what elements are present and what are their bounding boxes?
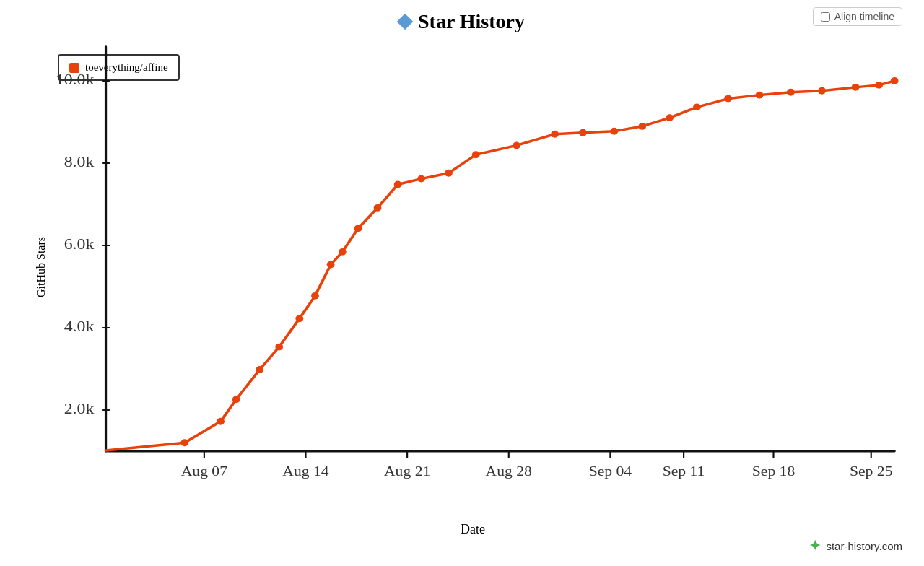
svg-text:Sep 25: Sep 25 — [850, 463, 892, 479]
title-diamond-icon — [397, 14, 414, 30]
svg-text:2.0k: 2.0k — [64, 400, 95, 417]
svg-point-32 — [275, 344, 283, 351]
svg-point-51 — [756, 92, 764, 99]
watermark-star-icon: ✦ — [808, 536, 821, 555]
chart-area: GitHub Stars Date toeverything/affine 10… — [43, 40, 902, 494]
svg-point-38 — [374, 204, 382, 212]
svg-point-53 — [818, 87, 826, 95]
watermark: ✦ star-history.com — [808, 536, 902, 555]
svg-point-30 — [232, 396, 240, 403]
svg-point-54 — [852, 84, 860, 91]
x-axis-label: Date — [461, 522, 485, 537]
svg-text:Sep 18: Sep 18 — [752, 463, 795, 479]
svg-text:Sep 11: Sep 11 — [663, 463, 705, 479]
svg-text:Aug 21: Aug 21 — [384, 463, 430, 479]
watermark-text: star-history.com — [826, 540, 902, 552]
svg-point-55 — [875, 82, 883, 89]
align-timeline-label: Align timeline — [834, 11, 894, 22]
svg-text:Aug 14: Aug 14 — [282, 463, 328, 479]
svg-point-33 — [295, 315, 303, 322]
svg-point-40 — [417, 175, 425, 183]
svg-point-42 — [472, 151, 480, 158]
svg-text:6.0k: 6.0k — [64, 235, 95, 253]
svg-point-34 — [311, 292, 319, 300]
align-timeline-checkbox[interactable] — [821, 12, 830, 22]
svg-point-35 — [327, 261, 335, 269]
chart-title: Star History — [0, 0, 924, 33]
svg-point-37 — [354, 225, 362, 232]
svg-text:Aug 28: Aug 28 — [486, 463, 532, 479]
svg-point-29 — [217, 418, 225, 425]
svg-point-52 — [787, 89, 795, 96]
svg-text:10.0k: 10.0k — [56, 71, 95, 88]
svg-point-31 — [256, 366, 263, 373]
chart-svg: 10.0k 8.0k 6.0k 4.0k 2.0k Aug 07 Aug 14 … — [43, 40, 902, 494]
svg-point-56 — [891, 77, 899, 84]
svg-point-43 — [513, 142, 520, 149]
svg-point-50 — [724, 95, 732, 103]
svg-point-49 — [693, 103, 701, 110]
svg-point-46 — [610, 128, 618, 135]
svg-point-41 — [445, 170, 453, 177]
svg-point-36 — [339, 248, 346, 256]
align-timeline-control[interactable]: Align timeline — [813, 7, 902, 26]
svg-text:Sep 04: Sep 04 — [589, 463, 632, 479]
svg-text:8.0k: 8.0k — [64, 153, 95, 170]
title-text: Star History — [418, 10, 525, 33]
svg-point-39 — [394, 181, 402, 188]
svg-point-48 — [666, 114, 674, 121]
svg-text:4.0k: 4.0k — [64, 318, 95, 335]
svg-point-45 — [579, 129, 587, 136]
svg-point-28 — [180, 439, 188, 446]
svg-point-47 — [638, 123, 646, 130]
svg-text:Aug 07: Aug 07 — [181, 463, 227, 479]
svg-point-44 — [551, 131, 559, 138]
